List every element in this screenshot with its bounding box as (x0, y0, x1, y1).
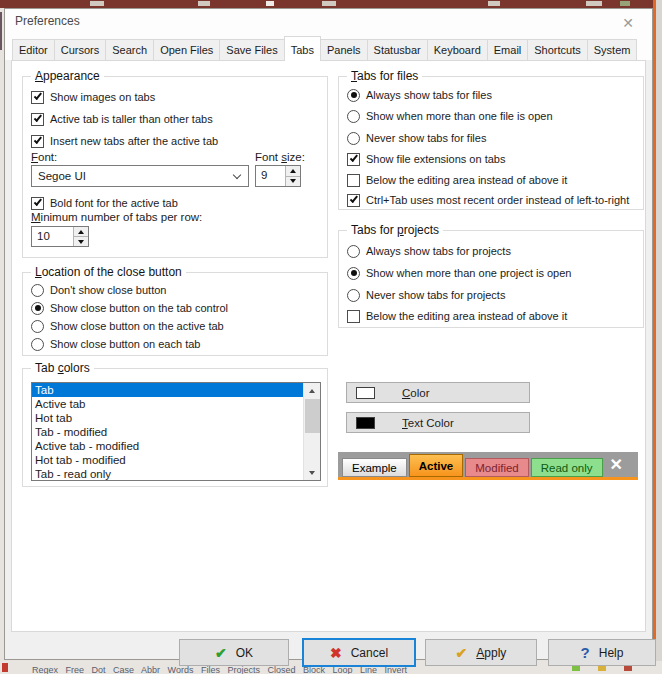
text-color-button[interactable]: Text Color (346, 412, 530, 433)
scroll-up-icon[interactable] (304, 383, 320, 398)
apply-button[interactable]: ✔ Apply (425, 639, 537, 666)
tab-colors-group: Tab colors Tab Active tab Hot tab Tab - … (22, 368, 328, 487)
bold-active-tab-checkbox[interactable]: Bold font for the active tab (31, 195, 178, 211)
red-cross-icon: ✖ (330, 646, 342, 660)
dialog-title: Preferences (15, 9, 80, 34)
topbar-icon (266, 1, 274, 6)
tab-tabs[interactable]: Tabs (284, 36, 321, 61)
radio-show-when-more-files[interactable]: Show when more than one file is open (347, 108, 553, 124)
close-icon[interactable]: ✕ (618, 13, 638, 33)
show-images-checkbox[interactable]: Show images on tabs (31, 89, 155, 105)
preview-close-icon: ✕ (610, 456, 623, 474)
tab-open-files[interactable]: Open Files (153, 39, 220, 60)
list-item[interactable]: Active tab (32, 397, 303, 411)
projects-below-editing-area-checkbox[interactable]: Below the editing area instead of above … (347, 308, 567, 324)
tab-search[interactable]: Search (105, 39, 154, 60)
spin-up-icon[interactable] (285, 166, 300, 176)
spin-down-icon[interactable] (285, 176, 300, 187)
tab-shortcuts[interactable]: Shortcuts (527, 39, 587, 60)
text-color-swatch-icon (356, 417, 375, 429)
radio-always-show-project-tabs[interactable]: Always show tabs for projects (347, 243, 511, 259)
radio-icon (347, 132, 360, 145)
tab-keyboard[interactable]: Keyboard (427, 39, 488, 60)
tabs-for-files-group: Tabs for files Always show tabs for file… (338, 76, 644, 210)
font-select[interactable]: Segoe UI (31, 165, 249, 187)
ok-button[interactable]: ✔ OK (179, 639, 289, 666)
radio-icon (347, 89, 360, 102)
checkbox-icon (347, 174, 360, 187)
list-item[interactable]: Hot tab (32, 411, 303, 425)
font-select-value: Segoe UI (38, 166, 86, 186)
checkbox-icon (347, 310, 360, 323)
radio-icon (347, 245, 360, 258)
help-button[interactable]: ? Help (548, 639, 656, 666)
spin-up-icon[interactable] (73, 227, 88, 236)
checkbox-icon (31, 197, 44, 210)
cancel-button[interactable]: ✖ Cancel (302, 638, 416, 667)
radio-icon (347, 289, 360, 302)
min-tabs-value: 10 (37, 227, 50, 246)
radio-icon (31, 302, 44, 315)
background-app-accent-line (653, 0, 656, 662)
list-item[interactable]: Tab (32, 383, 303, 397)
radio-dont-show-close[interactable]: Don't show close button (31, 282, 166, 298)
green-check-icon: ✔ (215, 646, 227, 660)
background-app-left-mark (0, 12, 2, 50)
min-tabs-stepper[interactable]: 10 (31, 226, 89, 247)
files-below-editing-area-checkbox[interactable]: Below the editing area instead of above … (347, 172, 567, 188)
list-item[interactable]: Tab - read only (32, 467, 303, 481)
list-item[interactable]: Hot tab - modified (32, 453, 303, 467)
preview-tab-readonly: Read only (531, 458, 603, 477)
radio-never-show-project-tabs[interactable]: Never show tabs for projects (347, 287, 505, 303)
list-item[interactable]: Tab - modified (32, 425, 303, 439)
font-size-value: 9 (261, 166, 267, 185)
tab-email[interactable]: Email (487, 39, 529, 60)
tab-statusbar[interactable]: Statusbar (367, 39, 428, 60)
radio-close-on-tab-control[interactable]: Show close button on the tab control (31, 300, 228, 316)
radio-show-when-more-projects[interactable]: Show when more than one project is open (347, 265, 571, 281)
tab-panels[interactable]: Panels (320, 39, 368, 60)
list-item[interactable]: Active tab - modified (32, 439, 303, 453)
preview-tab-active: Active (409, 454, 464, 477)
list-scrollbar[interactable] (303, 383, 320, 480)
topbar-icon (90, 1, 104, 6)
preview-accent-stripe (338, 477, 638, 480)
checkbox-icon (347, 153, 360, 166)
close-button-location-group: Location of the close button Don't show … (22, 272, 328, 356)
show-extensions-checkbox[interactable]: Show file extensions on tabs (347, 151, 505, 167)
checkbox-icon (31, 113, 44, 126)
dialog-header: Preferences ✕ Editor Cursors Search Open… (5, 9, 652, 60)
blue-question-icon: ? (581, 646, 590, 660)
appearance-group: Appearance Show images on tabs Active ta… (22, 76, 328, 258)
ctrl-tab-order-checkbox[interactable]: Ctrl+Tab uses most recent order instead … (347, 192, 629, 208)
tab-save-files[interactable]: Save Files (219, 39, 284, 60)
spin-down-icon[interactable] (73, 236, 88, 246)
tab-system[interactable]: System (587, 39, 638, 60)
radio-icon (31, 284, 44, 297)
radio-never-show-file-tabs[interactable]: Never show tabs for files (347, 130, 486, 146)
scrollbar-thumb[interactable] (305, 399, 320, 433)
tabs-settings-page: Appearance Show images on tabs Active ta… (11, 60, 646, 632)
radio-always-show-file-tabs[interactable]: Always show tabs for files (347, 87, 492, 103)
preview-tab-example: Example (342, 458, 407, 477)
topbar-icon (620, 1, 630, 6)
tab-preview-bar: Example Active Modified Read only ✕ (338, 452, 638, 480)
checkbox-icon (31, 135, 44, 148)
tab-editor[interactable]: Editor (12, 39, 55, 60)
color-button[interactable]: Color (346, 382, 530, 403)
background-app-topbar (0, 0, 662, 8)
insert-after-active-checkbox[interactable]: Insert new tabs after the active tab (31, 133, 218, 149)
background-app-right-gutter (656, 0, 662, 674)
preview-tab-modified: Modified (465, 458, 528, 477)
radio-close-on-active-tab[interactable]: Show close button on the active tab (31, 318, 224, 334)
scroll-down-icon[interactable] (304, 465, 320, 480)
gold-check-icon: ✔ (456, 646, 468, 660)
font-size-stepper[interactable]: 9 (255, 165, 301, 187)
tab-cursors[interactable]: Cursors (54, 39, 107, 60)
checkbox-icon (31, 91, 44, 104)
taller-active-tab-checkbox[interactable]: Active tab is taller than other tabs (31, 111, 213, 127)
font-size-label: Font size: (255, 151, 305, 163)
topbar-icon (198, 1, 210, 6)
radio-close-on-each-tab[interactable]: Show close button on each tab (31, 336, 200, 352)
tab-colors-list[interactable]: Tab Active tab Hot tab Tab - modified Ac… (31, 382, 321, 481)
